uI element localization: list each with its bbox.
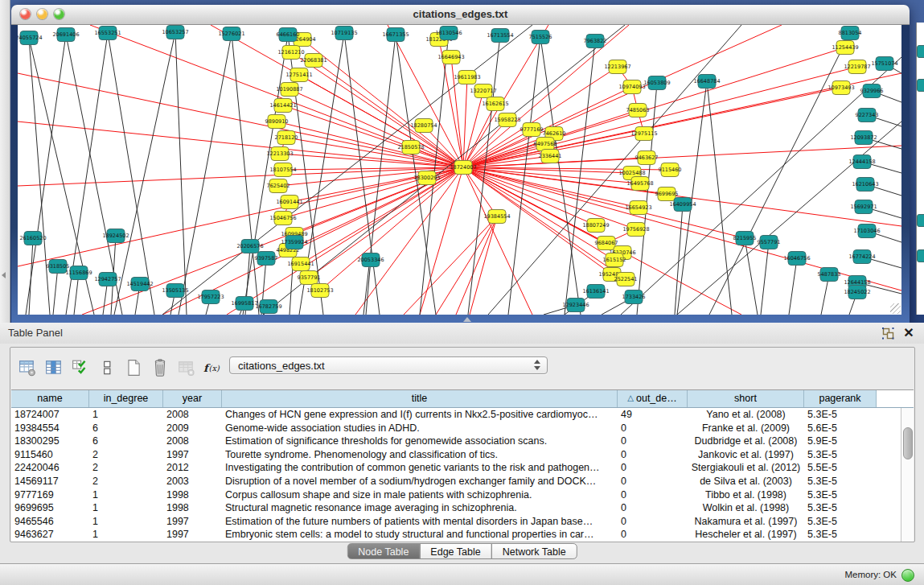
graph-node[interactable]: 7515526 [529, 31, 552, 44]
graph-node[interactable]: 9777169 [520, 123, 544, 137]
graph-node[interactable]: 11254439 [832, 41, 858, 55]
select-columns-button[interactable] [68, 356, 92, 380]
citation-edge-red[interactable] [290, 89, 463, 167]
collapse-handle-icon[interactable] [2, 272, 6, 278]
citation-edge-red[interactable] [456, 216, 497, 315]
graph-node[interactable]: 15958225 [494, 113, 520, 127]
graph-node[interactable]: 7963822 [584, 35, 607, 48]
graph-node[interactable]: 17103046 [853, 225, 880, 238]
table-row[interactable]: 1830029562008Estimation of significance … [11, 435, 901, 448]
memory-ok-indicator[interactable] [901, 569, 914, 582]
table-row[interactable]: 946362711997Embryonic stem cells: a mode… [11, 528, 901, 542]
graph-node[interactable]: 16162615 [482, 97, 508, 111]
graph-node[interactable]: 18245022 [844, 286, 870, 299]
graph-node[interactable]: 10973493 [827, 81, 854, 95]
graph-node[interactable]: 12213303 [266, 147, 293, 161]
citation-edge-black[interactable] [761, 242, 769, 315]
citation-edge-red[interactable] [309, 167, 463, 278]
graph-node[interactable]: 24055724 [18, 31, 43, 45]
graph-node[interactable]: 9397587 [255, 252, 278, 266]
graph-node[interactable]: 20206576 [236, 240, 263, 253]
graph-node[interactable]: 20691406 [52, 28, 79, 42]
citation-edge-red[interactable] [463, 47, 845, 167]
table-row[interactable]: 977716911998Corpus callosum shape and si… [11, 488, 901, 502]
graph-node[interactable]: 8813054 [839, 27, 862, 40]
column-header-short[interactable]: short [688, 390, 804, 407]
citation-edge-black[interactable] [263, 25, 625, 315]
scrollbar-thumb[interactable] [903, 427, 913, 459]
graph-node[interactable]: 9329966 [860, 84, 884, 98]
graph-node[interactable]: 16774224 [848, 250, 875, 264]
column-header-out_de[interactable]: △out_de… [618, 390, 688, 407]
citation-edge-red[interactable] [463, 25, 782, 167]
graph-node[interactable]: 10719135 [331, 27, 357, 40]
graph-node[interactable]: 13505135 [162, 284, 188, 298]
column-header-pagerank[interactable]: pagerank [804, 390, 877, 407]
column-header-name[interactable]: name [11, 390, 89, 407]
graph-node[interactable]: 15751074 [871, 57, 897, 71]
citation-edge-black[interactable] [162, 25, 532, 315]
citation-edge-black[interactable] [707, 81, 732, 315]
graph-node[interactable]: 26160520 [19, 232, 46, 245]
graph-node[interactable]: 6497568 [534, 138, 557, 151]
graph-node[interactable]: 16915441 [287, 257, 314, 271]
graph-node[interactable]: 18102753 [306, 284, 333, 298]
citation-edge-red[interactable] [463, 104, 495, 167]
graph-node[interactable]: 12213967 [604, 60, 630, 74]
graph-node[interactable]: 9357791 [298, 271, 321, 285]
graph-node[interactable]: 12093872 [850, 131, 877, 145]
tab-edge-table[interactable]: Edge Table [419, 543, 491, 559]
table-row[interactable]: 946554611997Estimation of the future num… [11, 515, 901, 529]
graph-node[interactable]: 9463627 [635, 151, 659, 165]
network-canvas[interactable]: 1872400712264904121612102206838112751411… [18, 25, 901, 315]
graph-node[interactable]: 15276021 [218, 27, 244, 41]
citation-edge-black[interactable] [232, 34, 259, 315]
graph-node[interactable]: 16046756 [783, 252, 810, 266]
graph-node[interactable]: 16091441 [276, 196, 302, 209]
table-options-button[interactable] [15, 356, 39, 380]
citation-edge-black[interactable] [789, 258, 797, 315]
citation-edge-black[interactable] [344, 33, 380, 315]
graph-node[interactable]: 12444158 [848, 155, 875, 169]
graph-node[interactable]: 16995817 [231, 297, 257, 311]
splitter-handle-icon[interactable] [463, 317, 471, 322]
citation-edge-black[interactable] [29, 238, 33, 315]
graph-node[interactable]: 12942757 [94, 273, 121, 286]
graph-node[interactable]: 6466160 [277, 28, 300, 42]
graph-node[interactable]: 13220717 [470, 84, 496, 98]
graph-node[interactable]: 8215955 [733, 232, 757, 245]
graph-node[interactable]: 17957223 [197, 290, 224, 304]
graph-node[interactable]: 5487833 [818, 268, 841, 282]
tab-node-table[interactable]: Node Table [347, 543, 420, 559]
window-titlebar[interactable]: citations_edges.txt [11, 5, 910, 25]
float-panel-icon[interactable] [881, 326, 895, 340]
column-header-year[interactable]: year [163, 390, 222, 407]
graph-node[interactable]: 7625402 [267, 179, 290, 193]
graph-node[interactable]: 9890910 [265, 115, 289, 129]
graph-node[interactable]: 2718120 [275, 131, 298, 145]
graph-node[interactable]: 2336441 [539, 150, 562, 163]
citation-edge-black[interactable] [179, 34, 232, 315]
graph-node[interactable]: 16648784 [693, 75, 720, 89]
graph-node[interactable]: 16654923 [625, 201, 651, 215]
citation-edge-red[interactable] [18, 73, 463, 167]
column-header-in_degree[interactable]: in_degree [89, 390, 163, 407]
citation-edge-black[interactable] [540, 37, 581, 315]
citation-edge-red[interactable] [18, 167, 463, 266]
graph-node[interactable]: 12219787 [844, 60, 870, 74]
table-row[interactable]: 1456911722003Disruption of a novel membe… [11, 475, 901, 488]
graph-node[interactable]: 19611983 [454, 71, 480, 84]
graph-node[interactable]: 16713554 [487, 29, 513, 43]
citation-edge-red[interactable] [18, 167, 463, 186]
graph-node[interactable]: 16671355 [382, 28, 409, 42]
tab-network-table[interactable]: Network Table [491, 543, 577, 559]
resize-grip-icon[interactable] [890, 303, 901, 314]
citation-edge-black[interactable] [175, 32, 187, 315]
graph-node[interactable]: 19756928 [622, 223, 649, 237]
graph-node[interactable]: 18924502 [102, 229, 129, 243]
graph-node[interactable]: 9115460 [659, 163, 682, 177]
citation-network-graph[interactable]: 1872400712264904121612102206838112751411… [18, 25, 901, 315]
network-view-window[interactable]: citations_edges.txt 18724007122649041216… [11, 5, 910, 323]
table-row[interactable]: 1938455462009Genome-wide association stu… [11, 422, 901, 435]
citation-edge-red[interactable] [463, 167, 901, 226]
